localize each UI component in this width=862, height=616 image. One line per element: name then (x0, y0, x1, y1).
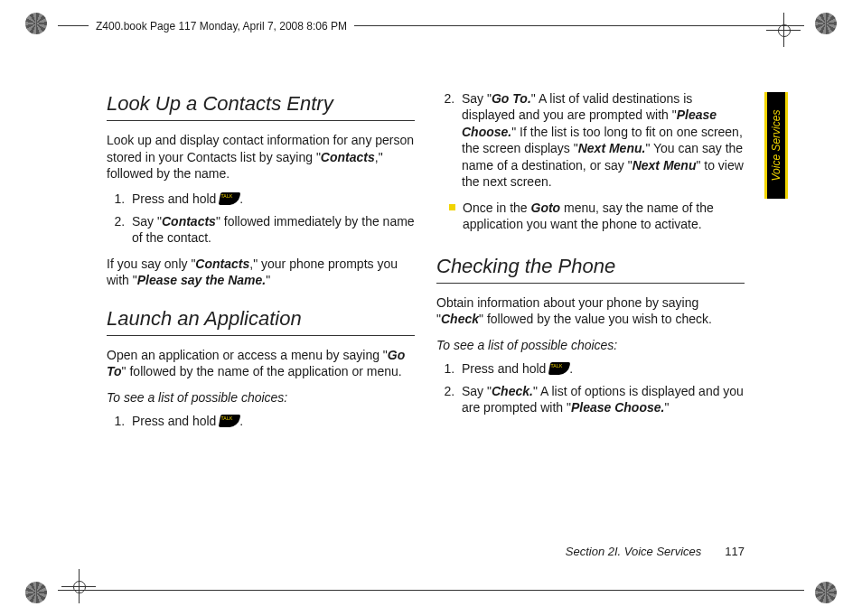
thumb-tab: Voice Services (764, 92, 788, 199)
launch-steps-cont: Say "Go To." A list of valid destination… (436, 90, 745, 191)
header-meta-text: Z400.book Page 117 Monday, April 7, 2008… (96, 20, 347, 33)
crop-mark-top-left (25, 13, 47, 34)
launch-step-2: Say "Go To." A list of valid destination… (458, 90, 745, 191)
check-subhead: To see a list of possible choices: (436, 337, 745, 353)
lookup-note: If you say only "Contacts," your phone p… (107, 256, 415, 289)
heading-launch-app: Launch an Application (107, 305, 415, 331)
registration-mark-top (766, 13, 801, 47)
lookup-step-2: Say "Contacts" followed immediately by t… (128, 213, 415, 247)
launch-steps: Press and hold . (107, 413, 415, 429)
footer-section: Section 2I. Voice Services (566, 545, 702, 558)
heading-rule (107, 120, 415, 121)
check-step-1: Press and hold . (458, 360, 745, 377)
lookup-steps: Press and hold . Say "Contacts" followed… (107, 191, 415, 246)
talk-key-icon (548, 362, 570, 375)
launch-step-1: Press and hold . (128, 413, 415, 429)
goto-bullet: Once in the Goto menu, say the name of t… (449, 200, 745, 233)
footer-page-number: 117 (725, 545, 745, 558)
crop-mark-bottom-left (25, 582, 47, 603)
launch-subhead: To see a list of possible choices: (107, 389, 415, 406)
talk-key-icon (219, 192, 240, 205)
footer-rule (58, 590, 804, 591)
check-intro: Obtain information about your phone by s… (436, 294, 745, 328)
left-column: Look Up a Contacts Entry Look up and dis… (107, 90, 415, 526)
talk-key-icon (219, 415, 240, 427)
crop-mark-bottom-right (815, 582, 837, 603)
heading-lookup-contacts: Look Up a Contacts Entry (107, 90, 415, 117)
heading-rule (436, 283, 745, 284)
heading-checking-phone: Checking the Phone (436, 253, 745, 279)
lookup-intro: Look up and display contact information … (107, 132, 415, 182)
thumb-tab-label: Voice Services (770, 110, 782, 182)
header-meta: Z400.book Page 117 Monday, April 7, 2008… (89, 18, 354, 34)
bullet-square-icon (449, 204, 455, 210)
crop-mark-top-right (815, 13, 837, 34)
page-content: Look Up a Contacts Entry Look up and dis… (107, 90, 745, 526)
heading-rule (107, 335, 415, 336)
launch-intro: Open an application or access a menu by … (107, 347, 415, 380)
check-step-2: Say "Check." A list of options is displa… (458, 383, 745, 416)
lookup-step-1: Press and hold . (128, 191, 415, 207)
registration-mark-bottom (61, 569, 96, 603)
page-footer: Section 2I. Voice Services 117 (566, 545, 745, 558)
check-steps: Press and hold . Say "Check." A list of … (436, 360, 745, 415)
right-column: Say "Go To." A list of valid destination… (436, 90, 745, 526)
